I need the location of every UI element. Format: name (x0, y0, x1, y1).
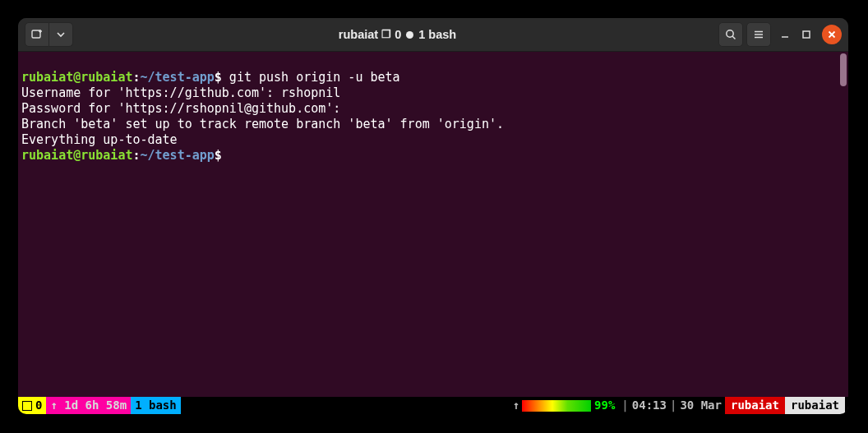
prompt-sigil-2: $ (215, 148, 222, 163)
status-uptime: ↑ 1d 6h 58m (46, 397, 131, 414)
minimize-button[interactable] (779, 29, 791, 40)
title-user: rubaiat (339, 28, 378, 41)
maximize-icon (801, 29, 812, 40)
prompt-userhost: rubaiat@rubaiat (21, 70, 132, 85)
status-battery: 99% (591, 397, 618, 414)
menu-button[interactable] (746, 22, 771, 47)
prompt-path: ~/test-app (141, 70, 215, 85)
search-icon (724, 28, 737, 41)
command-1: git push origin -u beta (222, 70, 400, 85)
terminal-window: rubaiat ❐ 0 1 bash (18, 18, 848, 414)
close-icon (827, 30, 837, 39)
new-tab-icon (30, 28, 44, 41)
square-icon (22, 401, 32, 411)
close-button[interactable] (822, 25, 842, 44)
new-tab-button[interactable] (25, 22, 49, 47)
prompt-sep: : (132, 70, 140, 85)
output-line-1: Username for 'https://github.com': rshop… (21, 85, 340, 100)
window-title: rubaiat ❐ 0 1 bash (76, 28, 718, 41)
status-user: rubaiat (785, 397, 845, 414)
status-window[interactable]: 1 bash (131, 397, 181, 414)
maximize-button[interactable] (801, 29, 812, 40)
new-tab-menu-button[interactable] (48, 22, 73, 47)
status-session-number: 0 (35, 397, 42, 414)
title-square-icon: ❐ (381, 28, 391, 40)
svg-point-3 (727, 30, 733, 37)
search-button[interactable] (718, 22, 743, 47)
status-net-icon: ↑ (510, 397, 522, 414)
svg-rect-9 (803, 31, 810, 38)
terminal-output: rubaiat@rubaiat:~/test-app$ git push ori… (18, 52, 848, 164)
prompt-sigil: $ (215, 70, 222, 85)
status-session[interactable]: 0 (18, 397, 46, 414)
titlebar: rubaiat ❐ 0 1 bash (18, 18, 848, 52)
minimize-icon (779, 29, 791, 40)
prompt-path-2: ~/test-app (141, 148, 215, 163)
status-gradient (522, 400, 591, 412)
status-bar: 0 ↑ 1d 6h 58m 1 bash ↑ 99% | 04:13 | 30 … (18, 397, 848, 414)
chevron-down-icon (57, 30, 65, 39)
title-process: bash (428, 28, 456, 41)
terminal-viewport[interactable]: rubaiat@rubaiat:~/test-app$ git push ori… (18, 52, 848, 397)
title-dot-count: 1 (418, 28, 425, 41)
scrollbar-thumb[interactable] (840, 53, 847, 86)
output-line-4: Everything up-to-date (21, 132, 178, 147)
status-sep-1: | (618, 397, 631, 414)
output-line-3: Branch 'beta' set up to track remote bra… (21, 117, 504, 131)
hamburger-icon (752, 28, 765, 41)
svg-line-4 (732, 36, 735, 39)
prompt-userhost-2: rubaiat@rubaiat (21, 148, 132, 163)
title-dot-icon (406, 31, 413, 39)
status-host: rubaiat (725, 397, 785, 414)
status-time: 04:13 (632, 397, 667, 414)
title-square-count: 0 (395, 28, 401, 41)
output-line-2: Password for 'https://rshopnil@github.co… (21, 101, 340, 116)
prompt-sep-2: : (132, 148, 140, 163)
status-sep-2: | (667, 397, 680, 414)
status-date: 30 Mar (680, 397, 722, 414)
